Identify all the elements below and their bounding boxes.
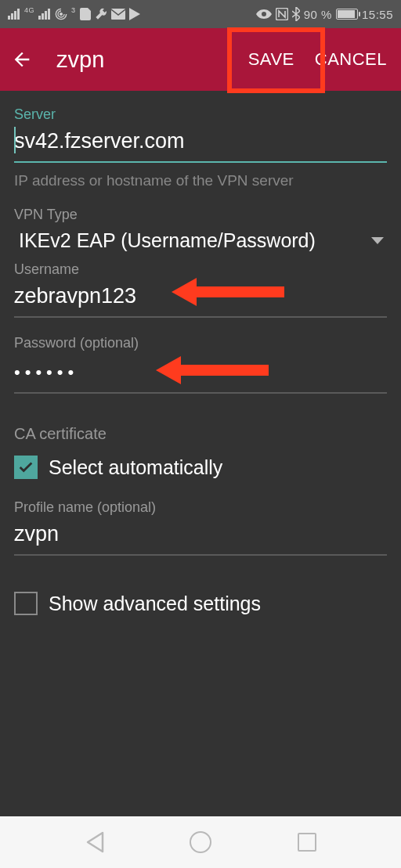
circle-icon bbox=[190, 831, 211, 853]
signal-icon-2 bbox=[38, 9, 51, 20]
appbar-actions: SAVE CANCEL bbox=[245, 45, 390, 74]
lte-label: 4G bbox=[24, 6, 34, 14]
status-left: 4G 3 bbox=[8, 8, 140, 20]
profile-input[interactable]: zvpn bbox=[14, 516, 387, 556]
profile-label: Profile name (optional) bbox=[14, 499, 387, 516]
password-label: Password (optional) bbox=[14, 335, 387, 351]
mail-icon bbox=[111, 9, 125, 20]
text-caret bbox=[14, 127, 16, 153]
status-right: 90 % 15:55 bbox=[256, 7, 393, 21]
password-value-masked: •••••• bbox=[14, 362, 78, 382]
vpntype-label: VPN Type bbox=[14, 207, 387, 223]
nav-recents-button[interactable] bbox=[295, 830, 319, 854]
battery-icon bbox=[336, 9, 358, 20]
username-input[interactable]: zebravpn123 bbox=[14, 278, 387, 318]
nav-back-button[interactable] bbox=[83, 830, 107, 854]
check-icon bbox=[17, 459, 34, 476]
battery-percent: 90 % bbox=[304, 8, 332, 21]
cancel-button[interactable]: CANCEL bbox=[312, 45, 390, 74]
advanced-checkbox[interactable] bbox=[14, 592, 38, 615]
password-input[interactable]: •••••• bbox=[14, 351, 387, 394]
svg-point-0 bbox=[60, 13, 63, 16]
server-helper: IP address or hostname of the VPN server bbox=[14, 172, 387, 189]
square-icon bbox=[298, 833, 316, 852]
ca-auto-row[interactable]: Select automatically bbox=[14, 456, 387, 479]
app-bar: zvpn SAVE CANCEL bbox=[0, 28, 401, 91]
nfc-icon bbox=[276, 8, 288, 20]
nav-home-button[interactable] bbox=[189, 830, 212, 854]
ca-certificate-label: CA certificate bbox=[14, 425, 387, 443]
svg-rect-1 bbox=[111, 9, 125, 20]
page-title: zvpn bbox=[56, 47, 104, 73]
signal-icon bbox=[8, 9, 20, 20]
ca-auto-checkbox[interactable] bbox=[14, 456, 38, 479]
profile-value: zvpn bbox=[14, 522, 59, 546]
status-bar: 4G 3 90 % 15:55 bbox=[0, 0, 401, 28]
hotspot-icon bbox=[55, 8, 67, 20]
server-input[interactable]: sv42.fzserver.com bbox=[14, 123, 387, 163]
ca-auto-label: Select automatically bbox=[49, 456, 222, 479]
server-value: sv42.fzserver.com bbox=[14, 129, 185, 153]
vpntype-select[interactable]: IKEv2 EAP (Username/Password) bbox=[14, 223, 387, 261]
wrench-icon bbox=[95, 8, 107, 20]
clock: 15:55 bbox=[362, 8, 393, 21]
android-nav-bar bbox=[0, 816, 401, 868]
username-label: Username bbox=[14, 261, 387, 278]
form-content: Server sv42.fzserver.com IP address or h… bbox=[0, 91, 401, 625]
server-label: Server bbox=[14, 106, 387, 123]
save-button[interactable]: SAVE bbox=[245, 45, 298, 74]
bluetooth-icon bbox=[292, 7, 300, 21]
eye-icon bbox=[256, 9, 272, 19]
advanced-label: Show advanced settings bbox=[49, 592, 261, 615]
advanced-row[interactable]: Show advanced settings bbox=[14, 592, 387, 615]
username-value: zebravpn123 bbox=[14, 284, 136, 308]
vpntype-value: IKEv2 EAP (Username/Password) bbox=[19, 229, 316, 252]
sim-icon bbox=[80, 8, 91, 20]
back-icon[interactable] bbox=[11, 49, 33, 70]
badge-3: 3 bbox=[71, 6, 76, 14]
play-icon bbox=[129, 8, 140, 20]
chevron-down-icon bbox=[371, 237, 384, 244]
